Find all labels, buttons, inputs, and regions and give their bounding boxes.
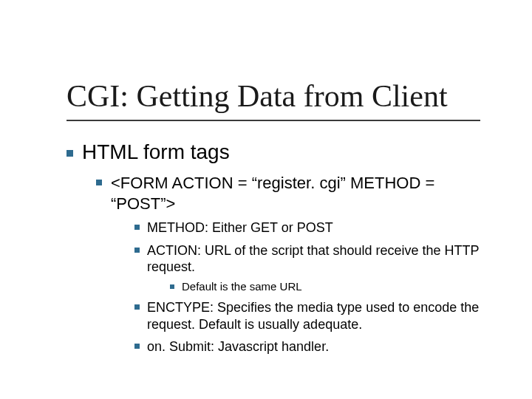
square-bullet-icon	[134, 344, 140, 349]
bullet-level2: <FORM ACTION = “register. cgi” METHOD = …	[96, 173, 480, 214]
slide-title: CGI: Getting Data from Client	[66, 80, 480, 112]
square-bullet-icon	[66, 150, 73, 157]
bullet-level3: ENCTYPE: Specifies the media type used t…	[134, 299, 480, 332]
square-bullet-icon	[96, 180, 102, 185]
bullet-level3: METHOD: Either GET or POST	[134, 219, 480, 236]
square-bullet-icon	[170, 284, 174, 289]
level3-text-onsubmit: on. Submit: Javascript handler.	[147, 338, 480, 355]
level3-text-method: METHOD: Either GET or POST	[147, 219, 480, 236]
slide-content: HTML form tags <FORM ACTION = “register.…	[66, 133, 480, 355]
bullet-level3: ACTION: URL of the script that should re…	[134, 242, 480, 276]
level2-text: <FORM ACTION = “register. cgi” METHOD = …	[111, 173, 480, 214]
bullet-level1: HTML form tags	[66, 140, 480, 164]
slide: CGI: Getting Data from Client HTML form …	[0, 0, 532, 399]
bullet-level3: on. Submit: Javascript handler.	[134, 338, 480, 355]
level3-text-enctype: ENCTYPE: Specifies the media type used t…	[147, 299, 480, 332]
title-underline	[66, 120, 480, 121]
level4-text-default: Default is the same URL	[182, 280, 477, 294]
level1-text: HTML form tags	[82, 140, 230, 164]
level3-text-action: ACTION: URL of the script that should re…	[147, 242, 480, 276]
square-bullet-icon	[134, 304, 140, 310]
square-bullet-icon	[134, 248, 140, 253]
bullet-level4: Default is the same URL	[170, 280, 480, 294]
square-bullet-icon	[134, 225, 140, 230]
